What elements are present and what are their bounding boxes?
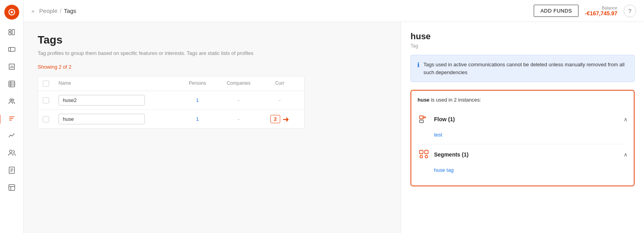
row-2-companies: - <box>217 116 260 122</box>
showing-count: Showing 2 of 2 <box>38 64 387 70</box>
header-checkbox <box>43 80 58 87</box>
row-1-persons-link[interactable]: 1 <box>178 97 217 103</box>
flow-section: Flow (1) ∧ test <box>418 109 628 144</box>
usage-box: huse is used in 2 instances: <box>410 90 635 186</box>
sidebar-item-notifications[interactable] <box>4 25 20 41</box>
arrow-indicator: ➜ <box>283 115 289 124</box>
add-funds-button[interactable]: ADD FUNDS <box>534 5 578 17</box>
right-panel: huse Tag ℹ Tags used in active communica… <box>401 22 644 233</box>
row-2-checkbox[interactable] <box>43 116 49 122</box>
svg-point-32 <box>425 155 428 158</box>
balance-block: Balance -€167,745.97 <box>585 5 617 16</box>
report-icon <box>8 63 16 73</box>
svg-rect-29 <box>420 150 423 154</box>
voucher-icon <box>8 46 16 55</box>
panel-tag-label: Tag <box>410 43 635 49</box>
row-checkbox-cell <box>43 116 58 122</box>
svg-rect-24 <box>9 184 15 190</box>
svg-point-19 <box>9 150 12 153</box>
page-title: Tags <box>38 34 387 46</box>
sidebar-item-tags[interactable] <box>4 111 20 127</box>
contacts-icon <box>8 80 16 90</box>
sidebar <box>0 0 24 233</box>
panel-tag-name: huse <box>410 31 635 42</box>
main-wrapper: Tags Tag profiles to group them based on… <box>24 22 644 233</box>
flow-section-header[interactable]: Flow (1) ∧ <box>418 109 628 129</box>
sidebar-item-contacts[interactable] <box>4 77 20 93</box>
sidebar-item-rules[interactable] <box>4 180 20 196</box>
usage-tag-ref: huse <box>418 97 429 103</box>
row-1-curr: - <box>260 97 299 103</box>
bell-icon <box>8 28 16 38</box>
segments-items: huse tag <box>418 165 628 179</box>
row-checkbox-cell <box>43 97 58 104</box>
balance-label: Balance <box>585 5 617 10</box>
row-2-name-input[interactable] <box>58 114 145 124</box>
svg-rect-4 <box>12 29 14 35</box>
sidebar-item-analytics[interactable] <box>4 129 20 144</box>
breadcrumb-separator: / <box>60 7 62 14</box>
balance-value: -€167,745.97 <box>585 10 617 16</box>
table-header: Name Persons Companies Curr <box>38 76 304 91</box>
sidebar-item-people[interactable] <box>4 146 20 162</box>
info-text: Tags used in active communications canno… <box>423 61 628 76</box>
flow-item-0[interactable]: test <box>434 132 628 138</box>
row-2-name-cell <box>58 114 178 124</box>
svg-rect-5 <box>8 47 15 51</box>
expand-button[interactable]: » <box>31 8 35 14</box>
topbar: » People / Tags ADD FUNDS Balance -€167,… <box>24 0 644 22</box>
segments-section: Segments (1) ∧ huse tag <box>418 144 628 179</box>
table-row: 1 - 2 ➜ <box>38 110 304 128</box>
tags-table: Name Persons Companies Curr 1 - - <box>38 76 305 129</box>
header-companies: Companies <box>217 80 260 87</box>
svg-rect-10 <box>9 81 15 87</box>
sidebar-item-vouchers[interactable] <box>4 42 20 58</box>
sidebar-item-segments[interactable] <box>4 94 20 110</box>
segments-icon <box>8 97 16 107</box>
segments-section-left: Segments (1) <box>418 148 469 161</box>
segments-chevron-icon: ∧ <box>624 151 628 158</box>
people-icon <box>8 149 16 159</box>
select-all-checkbox[interactable] <box>43 80 49 87</box>
svg-rect-2 <box>9 29 11 31</box>
segments-section-header[interactable]: Segments (1) ∧ <box>418 144 628 165</box>
sidebar-item-reports[interactable] <box>4 60 20 75</box>
svg-point-1 <box>11 11 13 13</box>
table-row: 1 - - <box>38 91 304 110</box>
svg-point-15 <box>12 99 14 101</box>
svg-rect-28 <box>420 120 423 123</box>
page-description: Tag profiles to group them based on spec… <box>38 50 273 56</box>
svg-point-31 <box>420 155 423 158</box>
content-area: Tags Tag profiles to group them based on… <box>24 22 401 233</box>
forms-icon <box>8 166 16 176</box>
segments-section-icon <box>418 148 430 161</box>
svg-rect-30 <box>425 150 428 154</box>
analytics-icon <box>8 132 16 142</box>
row-1-checkbox[interactable] <box>43 97 49 104</box>
flow-section-left: Flow (1) <box>418 113 455 126</box>
svg-rect-3 <box>9 32 11 35</box>
row-2-curr-highlighted[interactable]: 2 <box>270 115 280 123</box>
sidebar-item-forms[interactable] <box>4 163 20 179</box>
rules-icon <box>8 184 16 193</box>
usage-title: huse is used in 2 instances: <box>418 97 628 103</box>
row-1-name-cell <box>58 95 178 106</box>
row-1-companies: - <box>217 97 260 103</box>
breadcrumb: People / Tags <box>39 7 77 14</box>
flow-icon <box>418 113 430 126</box>
segments-item-0[interactable]: huse tag <box>434 167 628 173</box>
header-persons: Persons <box>178 80 217 87</box>
flow-chevron-icon: ∧ <box>624 116 628 122</box>
help-button[interactable]: ? <box>624 5 636 17</box>
breadcrumb-current: Tags <box>64 7 77 14</box>
tags-icon <box>8 115 16 124</box>
info-icon: ℹ <box>417 61 420 76</box>
brand-logo[interactable] <box>4 5 19 20</box>
row-1-name-input[interactable] <box>58 95 145 106</box>
flow-section-label: Flow (1) <box>434 116 455 122</box>
row-2-persons-link[interactable]: 1 <box>178 116 217 122</box>
breadcrumb-parent[interactable]: People <box>39 7 58 14</box>
segments-section-label: Segments (1) <box>434 151 469 158</box>
topbar-right: ADD FUNDS Balance -€167,745.97 ? <box>534 5 636 17</box>
info-banner: ℹ Tags used in active communications can… <box>410 55 635 82</box>
